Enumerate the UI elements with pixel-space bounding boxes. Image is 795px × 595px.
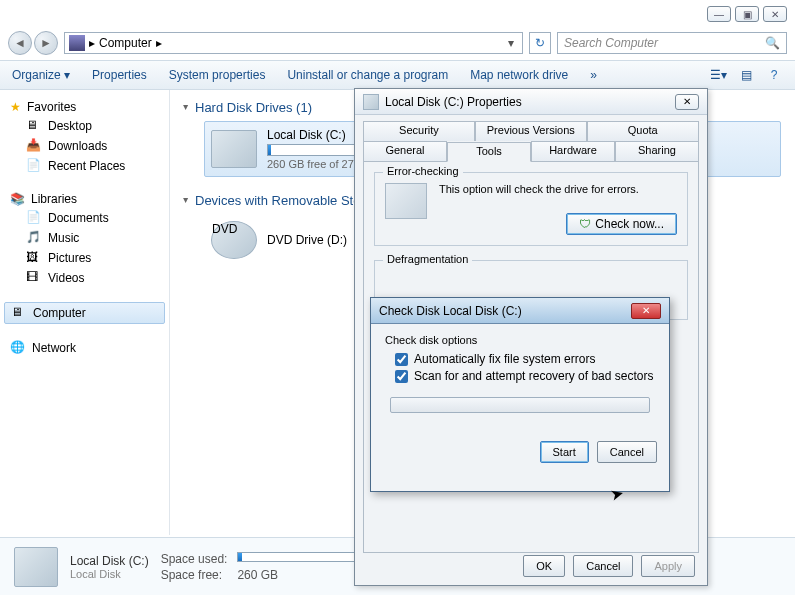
libraries-header[interactable]: Libraries (4, 190, 165, 208)
address-dropdown[interactable]: ▾ (504, 36, 518, 50)
system-properties-cmd[interactable]: System properties (169, 68, 266, 82)
status-type: Local Disk (70, 568, 149, 580)
navigation-pane: Favorites 🖥Desktop 📥Downloads 📄Recent Pl… (0, 90, 170, 535)
sidebar-item-downloads[interactable]: 📥Downloads (4, 136, 165, 156)
computer-icon (69, 35, 85, 51)
view-menu-icon[interactable]: ☰▾ (709, 66, 727, 84)
documents-icon: 📄 (26, 210, 42, 226)
properties-title: Local Disk (C:) Properties (385, 95, 522, 109)
maximize-button[interactable]: ▣ (735, 6, 759, 22)
sidebar-item-network[interactable]: 🌐Network (4, 338, 165, 358)
desktop-icon: 🖥 (26, 118, 42, 134)
pictures-icon: 🖼 (26, 250, 42, 266)
organize-menu[interactable]: Organize ▾ (12, 68, 70, 82)
map-drive-cmd[interactable]: Map network drive (470, 68, 568, 82)
preview-pane-icon[interactable]: ▤ (737, 66, 755, 84)
close-button[interactable]: ✕ (763, 6, 787, 22)
error-checking-group: Error-checking This option will check th… (374, 172, 688, 246)
tab-sharing[interactable]: Sharing (615, 141, 699, 161)
check-disk-cancel-button[interactable]: Cancel (597, 441, 657, 463)
check-disk-title: Check Disk Local Disk (C:) (379, 304, 522, 318)
space-free-label: Space free: (161, 568, 228, 582)
breadcrumb-arrow: ▸ (89, 36, 95, 50)
tab-general[interactable]: General (363, 141, 447, 161)
command-toolbar: Organize ▾ Properties System properties … (0, 60, 795, 90)
properties-ok-button[interactable]: OK (523, 555, 565, 577)
check-now-button[interactable]: 🛡Check now... (566, 213, 677, 235)
space-used-meter (237, 552, 357, 562)
space-used-label: Space used: (161, 552, 228, 566)
error-checking-legend: Error-checking (383, 165, 463, 177)
search-input[interactable]: Search Computer 🔍 (557, 32, 787, 54)
window-chrome: — ▣ ✕ (0, 0, 795, 28)
tab-security[interactable]: Security (363, 121, 475, 141)
favorites-header[interactable]: Favorites (4, 98, 165, 116)
breadcrumb[interactable]: Computer (99, 36, 152, 50)
music-icon: 🎵 (26, 230, 42, 246)
tab-quota[interactable]: Quota (587, 121, 699, 141)
sidebar-item-pictures[interactable]: 🖼Pictures (4, 248, 165, 268)
error-checking-text: This option will check the drive for err… (439, 183, 677, 195)
scan-recover-option[interactable]: Scan for and attempt recovery of bad sec… (395, 369, 655, 383)
tab-hardware[interactable]: Hardware (531, 141, 615, 161)
dvd-drive-icon: DVD (211, 221, 257, 259)
drive-icon (363, 94, 379, 110)
uninstall-cmd[interactable]: Uninstall or change a program (287, 68, 448, 82)
sidebar-item-desktop[interactable]: 🖥Desktop (4, 116, 165, 136)
help-icon[interactable]: ? (765, 66, 783, 84)
check-disk-titlebar[interactable]: Check Disk Local Disk (C:) ✕ (371, 298, 669, 324)
sidebar-item-computer[interactable]: 🖥Computer (4, 302, 165, 324)
computer-icon: 🖥 (11, 305, 27, 321)
sidebar-item-music[interactable]: 🎵Music (4, 228, 165, 248)
drive-name: DVD Drive (D:) (267, 233, 347, 247)
hard-drive-icon (211, 130, 257, 168)
sidebar-item-documents[interactable]: 📄Documents (4, 208, 165, 228)
properties-cmd[interactable]: Properties (92, 68, 147, 82)
auto-fix-option[interactable]: Automatically fix file system errors (395, 352, 655, 366)
properties-apply-button[interactable]: Apply (641, 555, 695, 577)
properties-tabs: Security Previous Versions Quota General… (355, 115, 707, 161)
search-icon: 🔍 (765, 36, 780, 50)
space-free-value: 260 GB (237, 568, 357, 582)
properties-close-button[interactable]: ✕ (675, 94, 699, 110)
check-disk-close-button[interactable]: ✕ (631, 303, 661, 319)
disk-check-icon (385, 183, 427, 219)
back-button[interactable]: ◄ (8, 31, 32, 55)
videos-icon: 🎞 (26, 270, 42, 286)
defrag-legend: Defragmentation (383, 253, 472, 265)
refresh-button[interactable]: ↻ (529, 32, 551, 54)
auto-fix-checkbox[interactable] (395, 353, 408, 366)
scan-recover-checkbox[interactable] (395, 370, 408, 383)
check-disk-options-label: Check disk options (385, 334, 655, 346)
sidebar-item-videos[interactable]: 🎞Videos (4, 268, 165, 288)
tab-previous-versions[interactable]: Previous Versions (475, 121, 587, 141)
properties-titlebar[interactable]: Local Disk (C:) Properties ✕ (355, 89, 707, 115)
check-disk-start-button[interactable]: Start (540, 441, 589, 463)
network-icon: 🌐 (10, 340, 26, 356)
check-disk-progress (390, 397, 650, 413)
status-name: Local Disk (C:) (70, 554, 149, 568)
breadcrumb-arrow: ▸ (156, 36, 162, 50)
hard-drive-icon (14, 547, 58, 587)
downloads-icon: 📥 (26, 138, 42, 154)
check-disk-dialog: Check Disk Local Disk (C:) ✕ Check disk … (370, 297, 670, 492)
more-cmd[interactable]: » (590, 68, 597, 82)
properties-cancel-button[interactable]: Cancel (573, 555, 633, 577)
minimize-button[interactable]: — (707, 6, 731, 22)
search-placeholder: Search Computer (564, 36, 658, 50)
sidebar-item-recent[interactable]: 📄Recent Places (4, 156, 165, 176)
navigation-bar: ◄ ► ▸ Computer ▸ ▾ ↻ Search Computer 🔍 (0, 28, 795, 58)
recent-icon: 📄 (26, 158, 42, 174)
address-bar[interactable]: ▸ Computer ▸ ▾ (64, 32, 523, 54)
forward-button[interactable]: ► (34, 31, 58, 55)
tab-tools[interactable]: Tools (447, 142, 531, 162)
